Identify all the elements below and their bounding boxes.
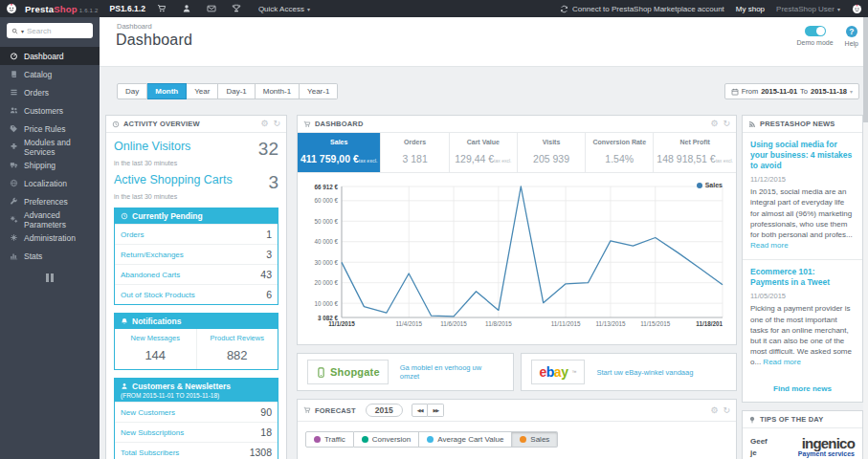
sidebar-item-label: Administration bbox=[24, 233, 76, 243]
gear-icon[interactable]: ⚙ bbox=[260, 120, 268, 128]
range-day-button[interactable]: Day bbox=[117, 83, 147, 99]
panel-title: DASHBOARD bbox=[315, 120, 364, 128]
ebay-module-panel: ebay ™ Start uw eBay-winkel vandaag bbox=[521, 353, 738, 391]
article-title-link[interactable]: Ecommerce 101: Payments in a Tweet bbox=[750, 267, 855, 288]
my-shop-link[interactable]: My shop bbox=[736, 5, 765, 13]
online-visitors-value: 32 bbox=[258, 140, 278, 158]
user-menu[interactable]: PrestaShop User▾ bbox=[776, 5, 840, 13]
sidebar-item-stats[interactable]: Stats bbox=[0, 247, 100, 265]
sidebar-search-box[interactable]: ▾ bbox=[7, 23, 93, 38]
range-day-1-button[interactable]: Day-1 bbox=[218, 83, 255, 99]
sidebar-item-modules[interactable]: Modules and Services bbox=[0, 138, 100, 156]
series-conversion-button[interactable]: Conversion bbox=[354, 431, 419, 448]
range-month-1-button[interactable]: Month-1 bbox=[256, 83, 300, 99]
date-from-label: From bbox=[742, 87, 759, 96]
help-button[interactable]: ? bbox=[846, 26, 857, 37]
sidebar-item-orders[interactable]: Orders bbox=[0, 83, 100, 101]
range-year-button[interactable]: Year bbox=[187, 83, 218, 99]
legend-dot bbox=[697, 183, 702, 188]
page-title: Dashboard bbox=[116, 32, 192, 49]
gear-icon[interactable]: ⚙ bbox=[710, 406, 718, 415]
scrollbar-thumb[interactable] bbox=[863, 17, 868, 122]
group-title: Notifications bbox=[132, 317, 181, 326]
page-scrollbar[interactable] bbox=[863, 17, 868, 459]
row-link[interactable]: Return/Exchanges bbox=[121, 251, 184, 259]
kpi-cart-value[interactable]: Cart Value129,44 €tax excl. bbox=[449, 133, 517, 172]
truck-icon bbox=[10, 161, 18, 169]
sidebar-item-price-rules[interactable]: Price Rules bbox=[0, 120, 100, 138]
ebay-logo-box: ebay ™ bbox=[531, 360, 586, 384]
cell-link[interactable]: New Messages bbox=[117, 334, 194, 342]
sidebar-item-label: Catalog bbox=[24, 70, 52, 79]
sidebar-collapse-toggle[interactable] bbox=[45, 273, 55, 282]
messages-shortcut-button[interactable] bbox=[203, 2, 220, 15]
search-scope-chevron-icon[interactable]: ▾ bbox=[21, 28, 24, 34]
customers-newsletters-group: Customers & Newsletters (FROM 2015-11-01… bbox=[114, 378, 278, 459]
online-visitors-sub: in the last 30 minutes bbox=[114, 160, 278, 166]
cogs-icon bbox=[10, 215, 18, 224]
date-range-picker-button[interactable]: From 2015-11-01 To 2015-11-18 ▾ bbox=[724, 83, 859, 99]
sidebar: ▾ Dashboard Catalog Orders Customers Pri… bbox=[0, 17, 100, 459]
article-title-link[interactable]: Using social media for your business: 4 … bbox=[750, 140, 855, 171]
kpi-visits[interactable]: Visits205 939 bbox=[517, 133, 585, 172]
sidebar-item-administration[interactable]: Administration bbox=[0, 229, 100, 247]
svg-text:40 000 €: 40 000 € bbox=[314, 238, 338, 245]
series-sales-button[interactable]: Sales bbox=[512, 431, 558, 448]
phone-icon bbox=[316, 367, 326, 378]
range-month-button[interactable]: Month bbox=[147, 83, 187, 99]
refresh-icon[interactable]: ↻ bbox=[723, 120, 730, 128]
kpi-suffix: tax excl. bbox=[716, 158, 733, 164]
series-traffic-button[interactable]: Traffic bbox=[305, 431, 354, 448]
row-link[interactable]: New Customers bbox=[121, 408, 175, 417]
row-link[interactable]: Orders bbox=[121, 230, 144, 239]
row-link[interactable]: New Subscriptions bbox=[121, 428, 184, 437]
gear-icon[interactable]: ⚙ bbox=[710, 120, 718, 128]
find-more-news-link[interactable]: Find more news bbox=[743, 376, 862, 402]
kpi-value: 205 939 bbox=[533, 153, 569, 164]
forecast-prev-button[interactable]: ◀◀ bbox=[412, 404, 429, 417]
sidebar-item-catalog[interactable]: Catalog bbox=[0, 65, 100, 83]
demo-mode-toggle[interactable] bbox=[805, 26, 826, 36]
cart-shortcut-button[interactable] bbox=[153, 2, 170, 15]
tag-icon bbox=[10, 124, 18, 133]
kpi-sales[interactable]: Sales411 759,00 €tax excl. bbox=[298, 133, 380, 172]
row-link[interactable]: Abandoned Carts bbox=[121, 271, 180, 279]
read-more-link[interactable]: Read more bbox=[763, 358, 801, 366]
refresh-icon[interactable]: ↻ bbox=[273, 120, 280, 128]
read-more-link[interactable]: Read more bbox=[750, 241, 789, 250]
cell-link[interactable]: Product Reviews bbox=[199, 334, 277, 342]
sidebar-item-localization[interactable]: Localization bbox=[0, 174, 100, 192]
chart-legend[interactable]: Sales bbox=[697, 182, 723, 188]
row-link[interactable]: Total Subscribers bbox=[121, 448, 179, 457]
sidebar-item-customers[interactable]: Customers bbox=[0, 101, 100, 120]
ebay-link[interactable]: Start uw eBay-winkel vandaag bbox=[596, 368, 693, 377]
quick-access-menu[interactable]: Quick Access▾ bbox=[258, 5, 310, 13]
marketplace-link[interactable]: Connect to PrestaShop Marketplace accoun… bbox=[560, 5, 724, 13]
date-to-label: To bbox=[800, 87, 808, 96]
sidebar-item-shipping[interactable]: Shipping bbox=[0, 156, 100, 174]
customers-shortcut-button[interactable] bbox=[178, 2, 195, 15]
sidebar-item-dashboard[interactable]: Dashboard bbox=[0, 47, 100, 65]
range-year-1-button[interactable]: Year-1 bbox=[300, 83, 338, 99]
user-avatar[interactable] bbox=[852, 4, 862, 14]
sidebar-item-preferences[interactable]: Preferences bbox=[0, 192, 100, 210]
refresh-icon[interactable]: ↻ bbox=[723, 406, 730, 415]
shopgate-link[interactable]: Ga mobiel en verhoog uw omzet bbox=[400, 363, 503, 381]
achievements-shortcut-button[interactable] bbox=[228, 2, 245, 15]
cart-icon bbox=[303, 406, 311, 414]
kpi-orders[interactable]: Orders3 181 bbox=[380, 133, 448, 172]
kpi-conversion-rate[interactable]: Conversion Rate1.54% bbox=[585, 133, 653, 172]
ingenico-logo-sub: Payment services bbox=[776, 450, 855, 458]
forecast-next-button[interactable]: ▶▶ bbox=[428, 404, 444, 417]
search-input[interactable] bbox=[27, 27, 80, 35]
online-visitors-link[interactable]: Online Visitors bbox=[114, 140, 190, 158]
active-carts-sub: in the last 30 minutes bbox=[114, 193, 278, 200]
row-link[interactable]: Out of Stock Products bbox=[121, 291, 195, 299]
group-title: Currently Pending bbox=[132, 211, 203, 221]
kpi-net-profit[interactable]: Net Profit148 918,51 €tax excl. bbox=[653, 133, 736, 172]
svg-text:66 912 €: 66 912 € bbox=[314, 184, 338, 190]
notification-cell: New Messages144 bbox=[115, 329, 196, 369]
series-average-cart-value-button[interactable]: Average Cart Value bbox=[419, 431, 512, 448]
active-carts-link[interactable]: Active Shopping Carts bbox=[114, 173, 233, 191]
sidebar-item-advanced-parameters[interactable]: Advanced Parameters bbox=[0, 210, 100, 229]
